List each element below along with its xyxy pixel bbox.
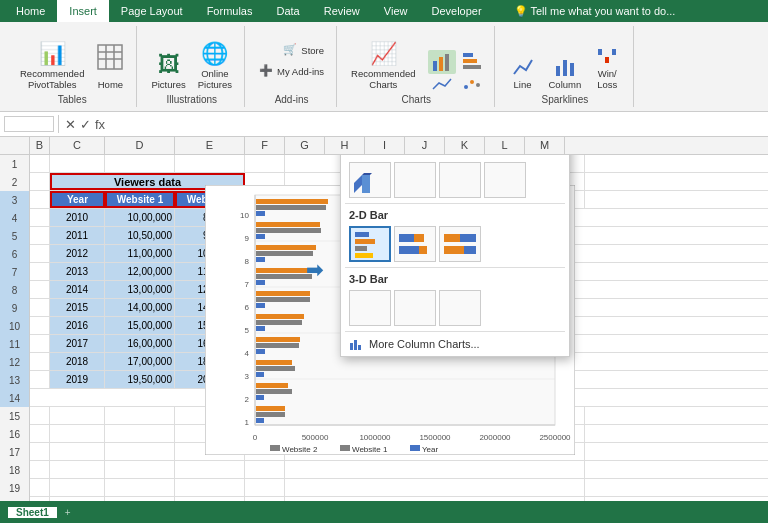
row-numbers: 1 2 3 4 5 6 7 8 9 10 11 12 13 14 15 16 1… (0, 155, 30, 501)
rec-charts-label: RecommendedCharts (351, 68, 415, 90)
rec-charts-button[interactable]: 📈 RecommendedCharts (347, 39, 419, 92)
3d-bar-1[interactable] (349, 290, 391, 326)
cell-w1-7[interactable]: 15,00,000 (105, 317, 175, 334)
cell-year-9[interactable]: 2018 (50, 353, 105, 370)
cell-B-r6[interactable] (30, 245, 50, 262)
cell-w1-5[interactable]: 13,00,000 (105, 281, 175, 298)
chart-type-dropdown[interactable]: 2-D Column 3-D C (340, 155, 570, 357)
cell-w1-6[interactable]: 14,00,000 (105, 299, 175, 316)
svg-rect-9 (463, 59, 477, 63)
cell-B1[interactable] (30, 155, 50, 172)
pivot-label: RecommendedPivotTables (20, 68, 84, 90)
online-pictures-button[interactable]: 🌐 OnlinePictures (194, 39, 236, 92)
cell-B-r8[interactable] (30, 281, 50, 298)
cell-B-r13[interactable] (30, 371, 50, 388)
pivot-tables-button[interactable]: 📊 RecommendedPivotTables (16, 39, 88, 92)
tab-view[interactable]: View (372, 0, 420, 22)
cell-year-2[interactable]: 2011 (50, 227, 105, 244)
cancel-formula-icon[interactable]: ✕ (65, 117, 76, 132)
3d-100pct-col[interactable] (439, 162, 481, 198)
row-20: 20 (0, 497, 30, 501)
cell-B-r10[interactable] (30, 317, 50, 334)
svg-rect-15 (563, 60, 567, 76)
2d-stacked-bar[interactable] (394, 226, 436, 262)
fx-icon[interactable]: fx (95, 117, 105, 132)
row-19: 19 (0, 479, 30, 497)
cell-B-r4[interactable] (30, 209, 50, 226)
tab-developer[interactable]: Developer (419, 0, 493, 22)
cell-B-r9[interactable] (30, 299, 50, 316)
tab-formulas[interactable]: Formulas (195, 0, 265, 22)
cell-year-7[interactable]: 2016 (50, 317, 105, 334)
svg-rect-60 (256, 320, 302, 325)
svg-rect-70 (256, 395, 264, 400)
cell-B-r12[interactable] (30, 353, 50, 370)
3d-col-4[interactable] (484, 162, 526, 198)
cell-D1[interactable] (105, 155, 175, 172)
store-button[interactable]: 🛒 Store (279, 41, 328, 58)
rec-charts-icon: 📈 (370, 41, 397, 67)
cell-B3[interactable] (30, 191, 50, 208)
sheet-tab[interactable]: Sheet1 (8, 507, 57, 518)
cell-E1[interactable] (175, 155, 245, 172)
table-button[interactable]: Home (92, 41, 128, 92)
2d-100pct-bar[interactable] (439, 226, 481, 262)
tab-insert[interactable]: Insert (57, 0, 109, 22)
tab-review[interactable]: Review (312, 0, 372, 22)
cell-F1[interactable] (245, 155, 285, 172)
svg-rect-66 (256, 366, 295, 371)
header-year[interactable]: Year (50, 191, 105, 208)
my-addins-button[interactable]: ➕ My Add-ins (255, 62, 328, 79)
cell-w1-2[interactable]: 10,50,000 (105, 227, 175, 244)
cell-w1-3[interactable]: 11,00,000 (105, 245, 175, 262)
svg-rect-17 (598, 49, 602, 55)
3d-bar-2[interactable] (394, 290, 436, 326)
cell-B-r11[interactable] (30, 335, 50, 352)
line-sparkline-button[interactable]: Line (505, 54, 541, 92)
cell-year-8[interactable]: 2017 (50, 335, 105, 352)
svg-rect-52 (256, 257, 265, 262)
confirm-formula-icon[interactable]: ✓ (80, 117, 91, 132)
formula-bar: ✕ ✓ fx (0, 112, 768, 137)
cell-C1[interactable] (50, 155, 105, 172)
name-box[interactable] (4, 116, 54, 132)
cell-w1-4[interactable]: 12,00,000 (105, 263, 175, 280)
cell-year-1[interactable]: 2010 (50, 209, 105, 226)
cell-B-r5[interactable] (30, 227, 50, 244)
cell-w1-10[interactable]: 19,50,000 (105, 371, 175, 388)
3d-stacked-col[interactable] (394, 162, 436, 198)
svg-text:4: 4 (245, 349, 250, 358)
svg-text:1: 1 (245, 418, 250, 427)
3d-bar-3[interactable] (439, 290, 481, 326)
winloss-sparkline-button[interactable]: Win/Loss (589, 43, 625, 92)
more-column-charts-button[interactable]: More Column Charts... (341, 332, 569, 356)
tab-data[interactable]: Data (264, 0, 311, 22)
2d-clustered-bar-selected[interactable] (349, 226, 391, 262)
cell-B-r7[interactable] (30, 263, 50, 280)
header-w1[interactable]: Website 1 (105, 191, 175, 208)
cell-w1-9[interactable]: 17,00,000 (105, 353, 175, 370)
cell-year-10[interactable]: 2019 (50, 371, 105, 388)
pictures-button[interactable]: 🖼 Pictures (147, 50, 189, 92)
3d-clustered-col[interactable] (349, 162, 391, 198)
cell-B2[interactable] (30, 173, 50, 190)
2d-bar-section-title: 2-D Bar (341, 204, 569, 223)
row-4: 4 (0, 209, 30, 227)
3d-column-charts (341, 159, 569, 203)
tab-page-layout[interactable]: Page Layout (109, 0, 195, 22)
scatter-chart-button[interactable] (458, 76, 486, 92)
cell-year-3[interactable]: 2012 (50, 245, 105, 262)
svg-rect-74 (270, 445, 280, 451)
cell-year-4[interactable]: 2013 (50, 263, 105, 280)
charts-group-label: Charts (402, 94, 431, 105)
cell-year-5[interactable]: 2014 (50, 281, 105, 298)
cell-year-6[interactable]: 2015 (50, 299, 105, 316)
formula-input[interactable] (111, 118, 764, 130)
tab-home[interactable]: Home (4, 0, 57, 22)
col-sparkline-button[interactable]: Column (545, 54, 586, 92)
bar-chart-button[interactable] (458, 50, 486, 74)
cell-w1-8[interactable]: 16,00,000 (105, 335, 175, 352)
line-chart-button[interactable] (428, 76, 456, 92)
cell-w1-1[interactable]: 10,00,000 (105, 209, 175, 226)
column-chart-button[interactable] (428, 50, 456, 74)
